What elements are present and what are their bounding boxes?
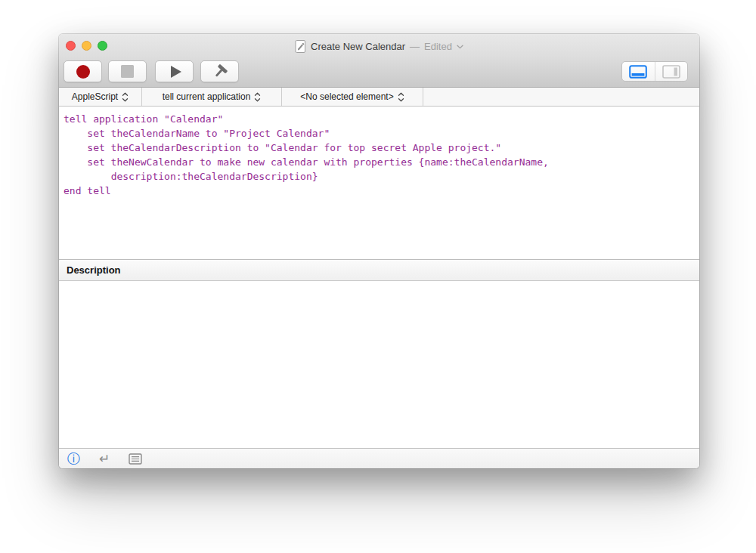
stop-button[interactable] [108,60,147,82]
popup-chevrons-icon [122,92,129,102]
description-header: Description [59,259,699,281]
description-info-icon[interactable]: ⓘ [67,453,80,465]
popup-chevrons-icon [254,92,261,102]
record-button[interactable] [64,60,102,82]
description-header-label: Description [67,264,121,276]
target-popup-label: tell current application [163,91,251,102]
script-editor-window: Create New Calendar — Edited [59,34,699,468]
bottom-bar: ⓘ ↵ [59,448,699,468]
record-icon [76,65,90,79]
desktop: Create New Calendar — Edited [0,0,756,553]
target-popup[interactable]: tell current application [142,88,282,106]
navigation-bar: AppleScript tell current application <No… [59,88,699,107]
element-popup-label: <No selected element> [300,91,393,102]
code-editor[interactable]: tell application "Calendar" set theCalen… [59,107,699,259]
compile-button[interactable] [200,60,239,82]
log-icon[interactable] [129,453,142,465]
document-proxy-icon[interactable] [295,40,306,53]
bottom-pane-icon [629,65,647,79]
applescript-code[interactable]: tell application "Calendar" set theCalen… [64,112,693,198]
popup-chevrons-icon [398,92,404,102]
right-pane-icon [662,65,680,79]
panel-toggle-group [621,61,688,82]
window-title: Create New Calendar [311,41,405,52]
title-separator: — [410,41,420,52]
result-return-icon[interactable]: ↵ [99,453,110,465]
window-title-row: Create New Calendar — Edited [59,34,699,59]
description-content[interactable] [59,281,699,448]
element-popup[interactable]: <No selected element> [282,88,423,106]
toggle-right-panel-button[interactable] [655,62,688,81]
language-popup[interactable]: AppleScript [59,88,142,106]
hammer-icon [212,63,228,80]
language-popup-label: AppleScript [72,91,118,102]
edited-label: Edited [424,41,452,52]
run-button[interactable] [155,60,194,82]
stop-icon [121,65,134,78]
toggle-bottom-bar-button[interactable] [622,62,655,81]
title-menu-chevron-icon[interactable] [457,45,463,49]
title-bar: Create New Calendar — Edited [59,34,699,88]
play-icon [171,66,181,78]
